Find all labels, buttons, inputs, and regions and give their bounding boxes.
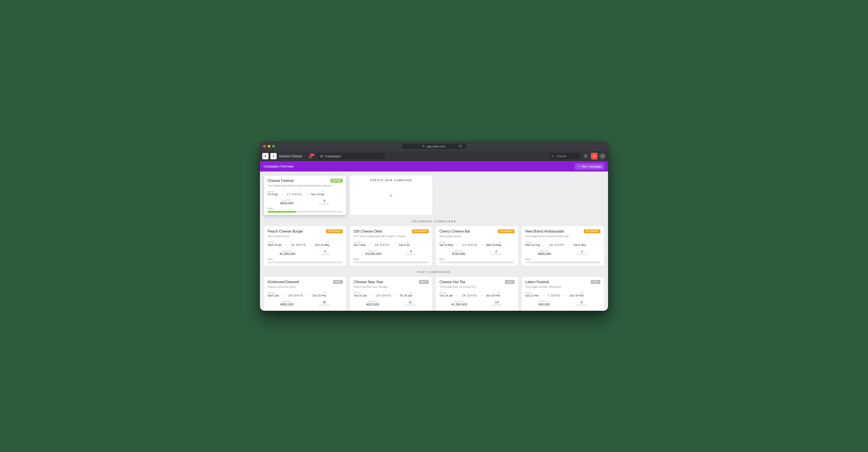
svg-rect-0 [423,146,425,147]
card-stats: BUDGET¥500,000 9CONTENT [268,199,343,205]
date-range: FROMTue 10 Jan 19 DAYS TOFri 28 Jan [353,292,429,297]
card-title: #UnknownCheese# [268,280,299,284]
create-campaign-card[interactable]: CREATE NEW CAMPAIGN ＋ [350,175,432,215]
close-window-button[interactable] [263,145,266,148]
nav-dropdown[interactable]: Campaigns [317,153,385,159]
card-stats: BUDGET¥620,000 12CONTENT [353,300,429,306]
kpi-label: KPIs [268,258,343,261]
date-range: FROMSat 12 Feb 7 DAYS TOSun 18 Feb [525,292,600,297]
date-range: FROMSat 8 Jan 39 DAYS TOTue 15 Feb [268,292,343,297]
campaign-card[interactable]: Peach Cheese Burger UPCOMING New product… [264,226,346,265]
kpi-label: KPIs [353,258,429,261]
section-past-title: PAST CAMPAIGNS [264,265,604,277]
card-title: Cherry Cheese Bar [439,229,470,233]
plus-icon [593,155,596,158]
address-bar[interactable]: app.kawo.com [402,143,466,149]
nav-label: Campaigns [325,154,341,158]
org-icon[interactable]: ♥ [262,153,269,159]
campaign-card-active[interactable]: Cheese Festival ACTIVE The largest inter… [264,175,346,215]
section-upcoming-title: UPCOMING CAMPAIGNS [264,215,604,226]
maximize-window-button[interactable] [272,145,275,148]
status-badge: PAST [505,280,515,284]
search-input[interactable]: Search [549,153,581,159]
date-range: FROMWed 20 Apr 26 DAYS TOSun 15 May [268,241,343,247]
card-title: 100 Cheese Diets [353,229,382,233]
status-badge: ACTIVE [331,179,343,183]
status-badge: UPCOMING [498,229,515,233]
card-description: A TV Show collaborated with Foodie TV St… [353,235,429,238]
campaign-card[interactable]: New Brand Ambassador UPCOMING The budget… [522,226,604,265]
card-description: Cheese around the world. [268,285,343,289]
notifications-button[interactable]: 105 [306,154,315,158]
help-icon [584,154,587,158]
campaigns-icon [320,154,323,158]
card-stats: BUDGET¥700,000 2CONTENT [439,250,515,256]
card-title: Cheese Hot Tea [439,280,465,284]
workspace-name[interactable]: Guerrini Cheese [278,154,304,158]
status-badge: PAST [591,280,600,284]
create-button[interactable] [591,153,598,160]
card-title: Chinese New Year [353,280,383,284]
campaign-card[interactable]: 100 Cheese Diets UPCOMING A TV Show coll… [350,226,432,265]
kpi-progress [525,261,600,263]
svg-point-1 [552,155,554,157]
campaign-card[interactable]: Chinese New Year PAST Launch the New Yea… [350,277,432,311]
window-controls [263,145,275,148]
status-badge: UPCOMING [412,229,429,233]
kpi-progress [268,211,343,213]
card-title: Cheese Festival [268,179,293,183]
date-range: FROMTue 18 Jan 34 DAYS TOSun 20 Feb [439,292,515,297]
kpi-label: KPIs [525,258,600,261]
plus-icon: ＋ [388,191,394,199]
date-range: FROMFri 8 Apr 17 DAYS TOSun 24 Apr [268,191,343,196]
plus-icon [578,165,580,168]
url-text: app.kawo.com [427,144,446,148]
page-title: Campaigns Overview [264,164,293,168]
status-badge: UPCOMING [326,229,343,233]
card-title: Latern Festival [525,280,549,284]
card-description: New product launch. [439,235,515,238]
card-stats: BUDGET¥900,000 2CONTENT [525,250,600,256]
minimize-window-button[interactable] [268,145,270,148]
card-stats: BUDGET¥30,000 6CONTENT [525,300,600,306]
titlebar: app.kawo.com [260,141,608,151]
kpi-label: KPIs [439,258,515,261]
card-title: Peach Cheese Burger [268,229,303,233]
status-badge: UPCOMING [584,229,600,233]
page-header: Campaigns Overview New Campaign [260,161,608,171]
campaign-card[interactable]: Cherry Cheese Bar UPCOMING New product l… [436,226,518,265]
campaign-card[interactable]: Cheese Hot Tea PAST The budget does not … [436,277,518,311]
kpi-label: KPIs [268,207,343,210]
user-avatar[interactable]: HL [599,153,606,159]
card-description: New product launch. [268,235,343,238]
browser-window: app.kawo.com ♥ ♥ Guerrini Cheese 105 Cam… [260,141,608,311]
status-badge: PAST [333,280,343,284]
card-stats: BUDGET¥1,000,000 9CONTENT [268,250,343,256]
campaign-card[interactable]: #UnknownCheese# PAST Cheese around the w… [264,277,346,311]
help-button[interactable] [582,153,589,160]
notification-count: 105 [309,154,315,156]
chevron-down-icon [379,155,382,158]
card-description: Launch the New Year Package. [353,285,429,289]
date-range: FROMWed 10 Aug 28 DAYS TOTue 6 Sep [525,241,600,247]
lock-icon [422,145,425,148]
status-badge: PAST [419,280,429,284]
card-description: The budget does not include TVC. [439,285,515,289]
create-card-label: CREATE NEW CAMPAIGN [370,179,412,182]
card-stats: BUDGET¥1,300,000 14CONTENT [439,300,515,306]
search-placeholder: Search [557,154,566,158]
card-stats: BUDGET¥950,000 32CONTENT [268,300,343,306]
card-description: The largest international Cheese Festiva… [268,184,343,187]
date-range: FROMSat 14 May 12 DAYS TOWed 25 May [439,241,515,247]
campaign-card[interactable]: Latern Festival PAST The budget includes… [522,277,604,311]
card-title: New Brand Ambassador [525,229,564,233]
kpi-progress [353,261,429,263]
date-range: FROMSat 7 May 26 DAYS TOSat 9 Jul [353,241,429,247]
kpi-progress [439,261,515,263]
card-stats: BUDGET¥3,500,000 9CONTENT [353,250,429,256]
app-bar: ♥ ♥ Guerrini Cheese 105 Campaigns Search… [260,151,608,161]
new-campaign-button[interactable]: New Campaign [575,163,604,170]
workspace-icon[interactable]: ♥ [270,153,277,159]
refresh-icon[interactable] [459,144,462,148]
content-area: Cheese Festival ACTIVE The largest inter… [260,171,608,311]
